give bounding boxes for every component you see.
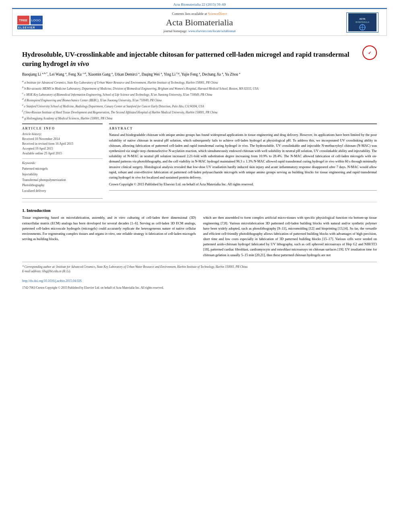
homepage-label: journal homepage: (163, 29, 187, 33)
keyword-2: Injectability (22, 172, 103, 177)
keyword-4: Photolithography (22, 183, 103, 188)
acta-logo-area: ACTA BIOMATERIALIA (346, 12, 383, 33)
sciencedirect-link[interactable]: ScienceDirect (208, 12, 227, 16)
homepage-url[interactable]: www.elsevier.com/locate/actabiomat (188, 29, 236, 33)
contents-line: Contents lists available at ScienceDirec… (53, 12, 346, 16)
available-date: Available online 25 April 2015 (22, 151, 103, 156)
acta-biomaterialia-logo: ACTA BIOMATERIALIA (346, 12, 378, 33)
intro-left-text: Tissue engineering based on microfabrica… (22, 215, 196, 242)
history-group: Article history: Received 10 November 20… (22, 132, 103, 156)
svg-text:ELSEVIER: ELSEVIER (18, 26, 35, 29)
author-yujie: Yujie Feng a, (181, 72, 202, 76)
author-utkan: Utkan Demirci e, (115, 72, 142, 76)
intro-body: Tissue engineering based on microfabrica… (22, 215, 377, 257)
author-yu: Yu Zhou a (225, 72, 240, 76)
author-baoqiang: Baoqiang Li a,b,*, (22, 72, 49, 76)
journal-header: TREE LOGO ELSEVIER Contents lists availa… (12, 9, 387, 36)
article-info-abstract: ARTICLE INFO Article history: Received 1… (22, 123, 377, 199)
svg-text:ACTA: ACTA (360, 18, 366, 20)
footnote-area: * Corresponding author at: Institute for… (22, 262, 377, 275)
bottom-links: http://dx.doi.org/10.1016/j.actbio.2015.… (22, 278, 377, 290)
email-value: libq@hit.edu.cn (B. Li). (42, 269, 71, 273)
received-revised-date: Received in revised form 16 April 2015 (22, 142, 103, 146)
svg-text:BIOMATERIALIA: BIOMATERIALIA (356, 21, 369, 23)
author-lei: Lei Wang a, (49, 72, 68, 76)
affil-g: g g Heilongjiang Academy of Medical Scie… (22, 115, 377, 121)
main-content: Hydrosoluble, UV-crosslinkable and injec… (0, 36, 399, 290)
footnote-text: * Corresponding author at: Institute for… (22, 265, 248, 269)
affil-e: e e Stanford University School of Medici… (22, 103, 377, 109)
intro-divider (22, 202, 377, 202)
keyword-1: Patterned microgels (22, 166, 103, 172)
acta-logo-svg: ACTA BIOMATERIALIA (348, 13, 376, 31)
journal-issue-link[interactable]: Acta Biomaterialia 22 (2015) 59–69 (0, 0, 399, 8)
affil-c: c c MOE Key Laboratory of Biomedical Inf… (22, 91, 377, 97)
elsevier-tree-logo: TREE LOGO ELSEVIER (16, 15, 45, 30)
keywords-group: Keywords: Patterned microgels Injectabil… (22, 161, 103, 193)
intro-left-col: Tissue engineering based on microfabrica… (22, 215, 196, 257)
affil-a: a a Institute for Advanced Ceramics, Sta… (22, 79, 377, 85)
article-info-label: ARTICLE INFO (22, 127, 103, 130)
abstract-text: Natural and biodegradable chitosan with … (109, 132, 377, 180)
section-title: Introduction (27, 208, 51, 213)
accepted-date: Accepted 19 April 2015 (22, 146, 103, 151)
received-date: Received 10 November 2014 (22, 137, 103, 142)
intro-right-text: which are then assembled to form complex… (203, 215, 377, 257)
journal-title: Acta Biomaterialia (53, 17, 346, 28)
footnote-email: E-mail address: libq@hit.edu.cn (B. Li). (22, 269, 377, 273)
affiliations: a a Institute for Advanced Ceramics, Sta… (22, 79, 377, 120)
elsevier-logo-area: TREE LOGO ELSEVIER (16, 15, 53, 30)
affil-f: f f Sino-Russian Institute of Hard Tissu… (22, 109, 377, 115)
abstract-section: ABSTRACT Natural and biodegradable chito… (109, 123, 377, 191)
svg-text:TREE: TREE (19, 18, 28, 22)
author-ying: Ying Li f,g, (164, 72, 181, 76)
affil-d: d d Bioinspired Engineering and Biomecha… (22, 97, 377, 103)
affil-b: b b Bio-acoustic MEMS in Medicine Labora… (22, 85, 377, 91)
abstract-label: ABSTRACT (109, 127, 377, 130)
history-label: Article history: (22, 132, 103, 136)
keyword-5: Localized delivery (22, 188, 103, 194)
footnote-corresponding: * Corresponding author at: Institute for… (22, 265, 377, 269)
author-feng: Feng Xu c,d, (68, 72, 88, 76)
article-info-box: ARTICLE INFO Article history: Received 1… (22, 123, 103, 199)
author-daqing: Daqing Wei a, (142, 72, 164, 76)
introduction-section: 1. Introduction Tissue engineering based… (22, 208, 377, 257)
info-divider (22, 158, 103, 159)
section-heading: 1. Introduction (22, 208, 377, 213)
abstract-col: ABSTRACT Natural and biodegradable chito… (109, 123, 377, 199)
doi-link[interactable]: http://dx.doi.org/10.1016/j.actbio.2015.… (22, 278, 377, 284)
email-label: E-mail address: (22, 269, 41, 273)
author-dechang: Dechang Jia a, (202, 72, 225, 76)
section-number: 1. (22, 208, 25, 213)
journal-issue-text: Acta Biomaterialia 22 (2015) 59–69 (173, 2, 226, 6)
intro-right-col: which are then assembled to form complex… (203, 215, 377, 257)
crossmark-badge[interactable]: ✓ (362, 45, 377, 60)
journal-homepage: journal homepage: www.elsevier.com/locat… (53, 29, 346, 33)
bottom-copyright: 1742-7061/Crown Copyright © 2015 Publish… (22, 285, 377, 291)
header-inner: TREE LOGO ELSEVIER Contents lists availa… (16, 12, 383, 33)
abstract-copyright: Crown Copyright © 2015 Published by Else… (109, 182, 377, 187)
svg-text:LOGO: LOGO (31, 18, 41, 22)
keywords-label: Keywords: (22, 161, 103, 165)
keyword-3: Transdermal photopolymerization (22, 177, 103, 183)
contents-label: Contents lists available at (172, 12, 207, 16)
author-xiaomin: Xiaomin Gang a, (88, 72, 114, 76)
article-title: Hydrosoluble, UV-crosslinkable and injec… (22, 50, 359, 69)
article-info-col: ARTICLE INFO Article history: Received 1… (22, 123, 103, 199)
article-title-italic: in vivo (70, 60, 89, 68)
journal-title-area: Contents lists available at ScienceDirec… (53, 12, 346, 33)
authors-line: Baoqiang Li a,b,*, Lei Wang a, Feng Xu c… (22, 71, 377, 78)
